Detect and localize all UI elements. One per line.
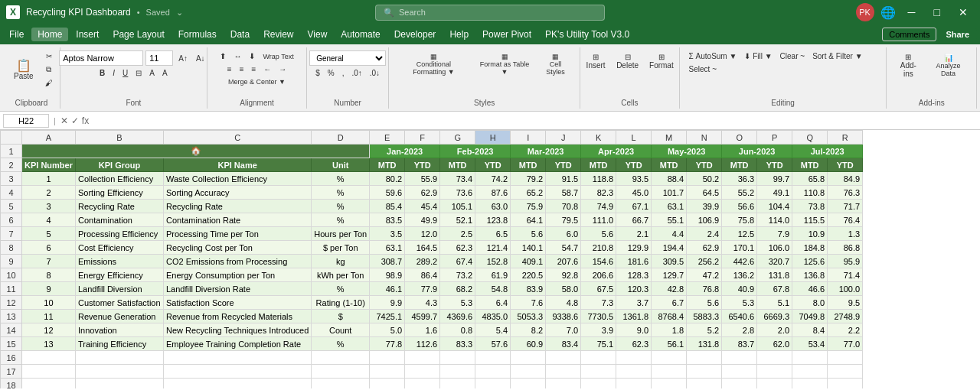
empty-cell-18-5[interactable] xyxy=(405,379,440,389)
kpi-num-9[interactable]: 10 xyxy=(22,296,76,310)
jul-ytd-5[interactable]: 86.8 xyxy=(828,241,863,255)
jan-mtd-2[interactable]: 85.4 xyxy=(370,200,405,213)
may-ytd-0[interactable]: 50.2 xyxy=(687,172,722,186)
empty-cell-18-17[interactable] xyxy=(828,379,863,389)
jul-ytd-1[interactable]: 76.3 xyxy=(828,186,863,200)
cut-button[interactable]: ✂ xyxy=(42,50,56,62)
empty-cell-18-3[interactable] xyxy=(312,379,370,389)
mar-mtd-2[interactable]: 75.9 xyxy=(511,200,546,213)
jan-ytd-4[interactable]: 12.0 xyxy=(405,227,440,241)
may-mtd-9[interactable]: 6.7 xyxy=(652,296,687,310)
may-ytd-6[interactable]: 256.2 xyxy=(687,255,722,268)
rh-1[interactable]: 1 xyxy=(1,145,22,158)
kpi-num-12[interactable]: 13 xyxy=(22,337,76,351)
jul-ytd-6[interactable]: 95.9 xyxy=(828,255,863,268)
kpi-name-4[interactable]: Processing Time per Ton xyxy=(163,227,311,241)
empty-cell-18-6[interactable] xyxy=(440,379,475,389)
jul-mtd-8[interactable]: 46.6 xyxy=(792,282,828,296)
feb2023-header[interactable]: Feb-2023 xyxy=(440,145,511,158)
menu-insert[interactable]: Insert xyxy=(70,28,105,41)
clear-button[interactable]: Clear ~ xyxy=(777,50,808,62)
apr-mtd-3[interactable]: 111.0 xyxy=(581,213,616,227)
empty-cell-16-17[interactable] xyxy=(828,351,863,365)
empty-cell-16-16[interactable] xyxy=(792,351,828,365)
kpi-name-7[interactable]: Energy Consumption per Ton xyxy=(163,268,311,282)
empty-cell-17-16[interactable] xyxy=(792,365,828,379)
col-n[interactable]: N xyxy=(687,131,722,145)
may-mtd-header[interactable]: MTD xyxy=(652,158,687,172)
kpi-group-9[interactable]: Customer Satisfaction xyxy=(75,296,163,310)
empty-cell-17-0[interactable] xyxy=(22,365,76,379)
unit-1[interactable]: % xyxy=(312,186,370,200)
apr-mtd-12[interactable]: 75.1 xyxy=(581,337,616,351)
jan-mtd-header[interactable]: MTD xyxy=(370,158,405,172)
feb-ytd-7[interactable]: 61.9 xyxy=(475,268,511,282)
feb-mtd-8[interactable]: 68.2 xyxy=(440,282,475,296)
empty-cell-18-16[interactable] xyxy=(792,379,828,389)
cell-styles-button[interactable]: ▦ Cell Styles xyxy=(537,50,574,78)
col-h[interactable]: H xyxy=(475,131,511,145)
jan-mtd-1[interactable]: 59.6 xyxy=(370,186,405,200)
jan-ytd-6[interactable]: 289.2 xyxy=(405,255,440,268)
jul-mtd-11[interactable]: 8.4 xyxy=(792,323,828,337)
confirm-formula-icon[interactable]: ✓ xyxy=(71,115,79,126)
apr-ytd-8[interactable]: 120.3 xyxy=(616,282,652,296)
jan-mtd-10[interactable]: 7425.1 xyxy=(370,310,405,323)
menu-view[interactable]: View xyxy=(302,28,334,41)
menu-home[interactable]: Home xyxy=(31,28,68,41)
empty-cell-18-12[interactable] xyxy=(652,379,687,389)
apr-ytd-3[interactable]: 66.7 xyxy=(616,213,652,227)
col-g[interactable]: G xyxy=(440,131,475,145)
rh-7[interactable]: 7 xyxy=(1,227,22,241)
apr-mtd-4[interactable]: 5.6 xyxy=(581,227,616,241)
rh-11[interactable]: 11 xyxy=(1,282,22,296)
jun-mtd-7[interactable]: 136.2 xyxy=(722,268,757,282)
empty-cell-18-7[interactable] xyxy=(475,379,511,389)
kpi-num-header[interactable]: KPI Number xyxy=(22,158,76,172)
kpi-num-8[interactable]: 9 xyxy=(22,282,76,296)
empty-cell-18-9[interactable] xyxy=(546,379,581,389)
align-center-button[interactable]: ≡ xyxy=(237,63,247,75)
may-ytd-10[interactable]: 5883.3 xyxy=(687,310,722,323)
jun-ytd-5[interactable]: 106.0 xyxy=(757,241,792,255)
mar-mtd-1[interactable]: 65.2 xyxy=(511,186,546,200)
kpi-num-11[interactable]: 12 xyxy=(22,323,76,337)
kpi-group-4[interactable]: Processing Efficiency xyxy=(75,227,163,241)
jun-mtd-6[interactable]: 442.6 xyxy=(722,255,757,268)
analyze-data-button[interactable]: 📊 Analyze Data xyxy=(926,51,970,80)
jun-mtd-1[interactable]: 55.2 xyxy=(722,186,757,200)
jun-mtd-header[interactable]: MTD xyxy=(722,158,757,172)
mar-ytd-0[interactable]: 91.5 xyxy=(546,172,581,186)
may-mtd-0[interactable]: 88.4 xyxy=(652,172,687,186)
unit-2[interactable]: % xyxy=(312,200,370,213)
feb-ytd-12[interactable]: 57.6 xyxy=(475,337,511,351)
cancel-formula-icon[interactable]: ✕ xyxy=(60,115,68,126)
kpi-num-1[interactable]: 2 xyxy=(22,186,76,200)
may-ytd-7[interactable]: 47.2 xyxy=(687,268,722,282)
insert-button[interactable]: ⊞ Insert xyxy=(582,50,609,72)
feb-mtd-5[interactable]: 62.3 xyxy=(440,241,475,255)
align-bottom-button[interactable]: ⬇ xyxy=(246,50,258,62)
jul-mtd-4[interactable]: 10.9 xyxy=(792,227,828,241)
apr-ytd-7[interactable]: 128.3 xyxy=(616,268,652,282)
jun-mtd-10[interactable]: 6540.6 xyxy=(722,310,757,323)
feb-mtd-9[interactable]: 5.3 xyxy=(440,296,475,310)
menu-pk-utility[interactable]: PK's Utility Tool V3.0 xyxy=(539,28,635,41)
mar-ytd-5[interactable]: 54.7 xyxy=(546,241,581,255)
may-mtd-1[interactable]: 101.7 xyxy=(652,186,687,200)
menu-developer[interactable]: Developer xyxy=(388,28,443,41)
underline-button[interactable]: U xyxy=(119,67,131,79)
empty-cell-16-3[interactable] xyxy=(312,351,370,365)
jun-mtd-12[interactable]: 83.7 xyxy=(722,337,757,351)
font-color-button[interactable]: A xyxy=(159,67,171,79)
menu-page-layout[interactable]: Page Layout xyxy=(106,28,170,41)
may-mtd-4[interactable]: 4.4 xyxy=(652,227,687,241)
kpi-name-10[interactable]: Revenue from Recycled Materials xyxy=(163,310,311,323)
mar-mtd-3[interactable]: 64.1 xyxy=(511,213,546,227)
find-select-button[interactable]: Select ~ xyxy=(686,63,720,75)
jan2023-header[interactable]: Jan-2023 xyxy=(370,145,440,158)
kpi-group-8[interactable]: Landfill Diversion xyxy=(75,282,163,296)
apr-ytd-11[interactable]: 9.0 xyxy=(616,323,652,337)
copy-button[interactable]: ⧉ xyxy=(42,63,56,76)
feb-mtd-2[interactable]: 105.1 xyxy=(440,200,475,213)
